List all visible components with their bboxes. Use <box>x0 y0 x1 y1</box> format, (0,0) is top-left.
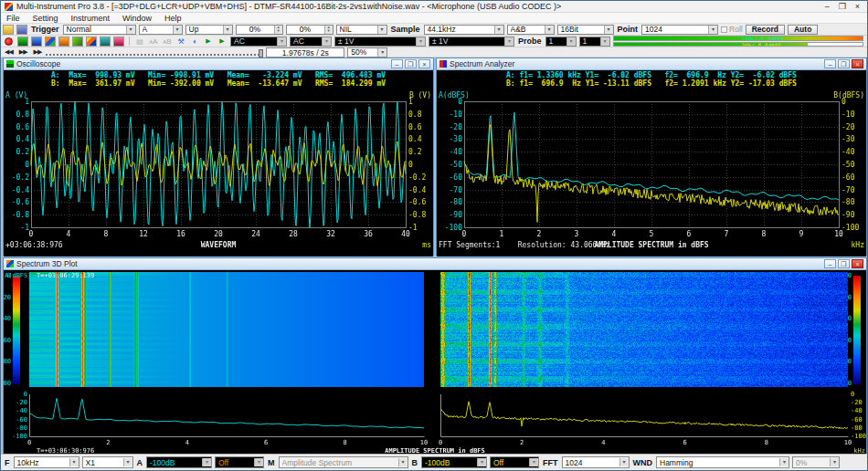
step-forward-icon[interactable]: ▶▶ <box>17 48 29 56</box>
device-test-plan-icon[interactable] <box>113 37 124 47</box>
sample-rate-select[interactable]: 44.1kHz▾ <box>424 25 504 35</box>
spectrogram-plot[interactable] <box>4 270 866 455</box>
chevron-down-icon[interactable]: ▾ <box>123 458 132 466</box>
chevron-down-icon[interactable]: ▾ <box>830 458 839 466</box>
save-file-icon[interactable] <box>16 25 27 35</box>
window-close-button[interactable]: × <box>855 2 860 12</box>
overlap-select[interactable]: 0%▾ <box>792 456 840 468</box>
freq-range-select[interactable]: 10kHz▾ <box>14 456 79 468</box>
run-continuous-icon[interactable]: ▶ <box>217 37 228 45</box>
x-scale-select[interactable]: X1▾ <box>82 456 133 468</box>
speaker-icon[interactable]: ◖ <box>189 37 200 46</box>
rewind-icon[interactable]: ◀◀ <box>3 48 15 56</box>
chevron-down-icon[interactable]: ▾ <box>529 458 538 466</box>
spin-down-icon[interactable]: ▾ <box>275 29 282 34</box>
chevron-down-icon[interactable]: ▾ <box>377 26 386 34</box>
menu-instrument[interactable]: Instrument <box>71 14 111 23</box>
chevron-down-icon[interactable]: ▾ <box>566 37 576 46</box>
trigger-edge-select[interactable]: Up▾ <box>185 25 233 35</box>
chevron-down-icon[interactable]: ▾ <box>477 458 486 466</box>
window-function-select[interactable]: Hamming▾ <box>656 456 789 468</box>
chevron-down-icon[interactable]: ▾ <box>545 26 554 34</box>
bit-depth-select[interactable]: 16Bit▾ <box>557 25 614 35</box>
open-file-icon[interactable] <box>3 25 14 35</box>
panel-close-button[interactable]: × <box>852 259 863 268</box>
chevron-down-icon[interactable]: ▾ <box>600 37 609 46</box>
toolbar-transport: ◀◀ ▶▶ ▶▶ 1.97678s / 2s 50%▾ <box>1 47 867 58</box>
chevron-down-icon[interactable]: ▾ <box>254 458 263 466</box>
menu-setting[interactable]: Setting <box>33 14 58 23</box>
signal-generator-icon[interactable] <box>100 37 111 47</box>
chevron-down-icon[interactable]: ▾ <box>779 458 789 466</box>
a-range-select[interactable]: -100dB▾ <box>146 456 212 468</box>
oscilloscope-titlebar[interactable]: Oscilloscope – ❒ × <box>4 58 433 70</box>
hpf-select[interactable]: NIL▾ <box>336 25 387 35</box>
range-b-select[interactable]: ± 1V▾ <box>429 37 514 47</box>
spectrum-3d-titlebar[interactable]: Spectrum 3D Plot – ❒ × <box>4 258 866 270</box>
record-button[interactable]: Record <box>746 25 785 35</box>
trigger-level-stepper[interactable]: 0%▴▾ <box>236 25 283 35</box>
spectrum-analyzer-titlebar[interactable]: Spectrum Analyzer – ❒ × <box>437 58 866 70</box>
spectrogram-icon[interactable] <box>86 37 97 47</box>
oscilloscope-plot[interactable] <box>4 89 433 256</box>
coupling-a-select[interactable]: AC▾ <box>230 37 287 47</box>
coupling-b-select[interactable]: AC▾ <box>290 37 332 47</box>
fft-size-select[interactable]: 1024▾ <box>562 456 630 468</box>
panel-restore-button[interactable]: ❒ <box>405 59 417 68</box>
menu-help[interactable]: Help <box>164 14 182 23</box>
b-range-select[interactable]: -100dB▾ <box>421 456 487 468</box>
trigger-source-select[interactable]: A▾ <box>139 25 183 35</box>
spectrum-plot[interactable] <box>437 89 866 256</box>
chevron-down-icon[interactable]: ▾ <box>377 48 386 57</box>
probe-b-select[interactable]: 1▾ <box>579 37 610 47</box>
oscilloscope-icon[interactable] <box>17 37 28 47</box>
a-persistence-select[interactable]: Off▾ <box>215 456 264 468</box>
trigger-mode-select[interactable]: Normal▾ <box>63 25 136 35</box>
playback-zoom-select[interactable]: 50%▾ <box>347 47 387 58</box>
spin-down-icon[interactable]: ▾ <box>325 29 333 34</box>
record-points-select[interactable]: 1024▾ <box>641 25 718 35</box>
chevron-down-icon[interactable]: ▾ <box>223 26 232 34</box>
playback-position-slider[interactable] <box>46 48 263 56</box>
chevron-down-icon[interactable]: ▾ <box>416 37 425 46</box>
chevron-down-icon[interactable]: ▾ <box>708 26 717 34</box>
range-a-select[interactable]: ± 1V▾ <box>334 37 426 47</box>
chevron-down-icon[interactable]: ▾ <box>619 458 629 466</box>
chevron-down-icon[interactable]: ▾ <box>126 26 135 34</box>
spectrum-mode-select[interactable]: Amplitude Spectrum▾ <box>279 456 408 468</box>
chevron-down-icon[interactable]: ▾ <box>504 37 513 46</box>
data-logger-icon[interactable] <box>72 37 83 47</box>
chevron-down-icon[interactable]: ▾ <box>398 458 408 466</box>
spectrum-3d-plot-icon[interactable] <box>45 37 56 47</box>
window-restore-button[interactable]: ❒ <box>839 2 846 12</box>
slider-thumb[interactable] <box>259 49 263 58</box>
menu-file[interactable]: File <box>6 14 20 23</box>
window-minimize-button[interactable]: – <box>825 2 830 12</box>
panel-close-button[interactable]: × <box>852 59 863 68</box>
chevron-down-icon[interactable]: ▾ <box>277 37 286 46</box>
fast-forward-icon[interactable]: ▶▶ <box>32 48 44 56</box>
chevron-down-icon[interactable]: ▾ <box>173 26 182 34</box>
trigger-delay-stepper[interactable]: 0%▴▾ <box>286 25 333 35</box>
probe-a-select[interactable]: 1▾ <box>545 37 577 47</box>
spectrum-analyzer-icon[interactable] <box>31 37 42 47</box>
menu-window[interactable]: Window <box>122 14 152 23</box>
panel-minimize-button[interactable]: – <box>824 259 836 268</box>
panel-restore-button[interactable]: ❒ <box>838 259 850 268</box>
chevron-down-icon[interactable]: ▾ <box>604 26 613 34</box>
chevron-down-icon[interactable]: ▾ <box>69 458 79 466</box>
panel-minimize-button[interactable]: – <box>824 59 836 68</box>
calibration-wrench-icon[interactable]: ⚒ <box>175 37 186 46</box>
run-icon[interactable]: ▶ <box>203 37 214 45</box>
chevron-down-icon[interactable]: ▾ <box>322 37 331 46</box>
b-persistence-select[interactable]: Off▾ <box>490 456 539 468</box>
auto-button[interactable]: Auto <box>788 25 818 35</box>
chevron-down-icon[interactable]: ▾ <box>494 26 503 34</box>
roll-checkbox[interactable]: Roll <box>721 25 743 34</box>
panel-restore-button[interactable]: ❒ <box>838 59 850 68</box>
panel-close-button[interactable]: × <box>418 59 430 68</box>
channels-select[interactable]: A&B▾ <box>507 25 555 35</box>
chevron-down-icon[interactable]: ▾ <box>202 458 211 466</box>
multimeter-icon[interactable] <box>58 37 69 47</box>
panel-minimize-button[interactable]: – <box>391 59 403 68</box>
